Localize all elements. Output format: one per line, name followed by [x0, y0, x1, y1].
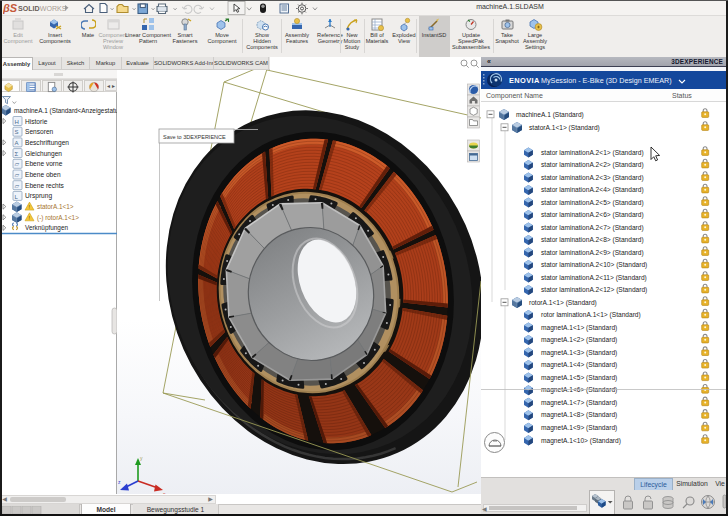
svg-text:S: S [15, 129, 19, 135]
svg-text:Ebene vorne: Ebene vorne [25, 160, 63, 167]
svg-text:▱: ▱ [15, 172, 20, 178]
svg-text:stator laminationA.2<4> (Stand: stator laminationA.2<4> (Standard) [541, 186, 644, 194]
svg-text:stator laminationA.2<12> (Stan: stator laminationA.2<12> (Standard) [541, 286, 647, 294]
svg-text:machineA.1 (Standard<Anzeigest: machineA.1 (Standard<Anzeigestatus-1: [14, 107, 117, 115]
svg-text:magnetA.1<2> (Standard): magnetA.1<2> (Standard) [541, 336, 617, 344]
svg-text:A: A [15, 140, 19, 146]
svg-text:stator laminationA.2<5> (Stand: stator laminationA.2<5> (Standard) [541, 199, 644, 207]
svg-text:Ebene rechts: Ebene rechts [25, 182, 65, 189]
svg-text:magnetA.1<5> (Standard): magnetA.1<5> (Standard) [541, 374, 617, 382]
svg-text:Gleichungen: Gleichungen [25, 150, 62, 158]
svg-text:H: H [15, 119, 19, 125]
svg-text:z: z [118, 479, 121, 485]
svg-text:Ursprung: Ursprung [25, 192, 52, 200]
svg-text:statorA.1<1>: statorA.1<1> [37, 203, 74, 210]
svg-text:machineA.1 (Standard): machineA.1 (Standard) [516, 111, 584, 119]
svg-text:Beschriftungen: Beschriftungen [25, 139, 69, 147]
svg-text:βS: βS [3, 2, 18, 14]
svg-text:stator laminationA.2<8> (Stand: stator laminationA.2<8> (Standard) [541, 236, 644, 244]
svg-text:rotorA.1<1> (Standard): rotorA.1<1> (Standard) [529, 299, 597, 307]
svg-text:▱: ▱ [15, 161, 20, 167]
svg-text:magnetA.1<3> (Standard): magnetA.1<3> (Standard) [541, 349, 617, 357]
svg-text:Save to 3DEXPERIENCE: Save to 3DEXPERIENCE [163, 134, 226, 140]
svg-text:Σ: Σ [15, 151, 19, 157]
svg-text:Verknüpfungen: Verknüpfungen [25, 224, 68, 232]
svg-text:stator laminationA.2<1> (Stand: stator laminationA.2<1> (Standard) [541, 149, 644, 157]
svg-text:magnetA.1<6> (Standard): magnetA.1<6> (Standard) [541, 386, 617, 394]
svg-text:y: y [140, 455, 143, 461]
svg-text:x: x [163, 491, 166, 494]
svg-text:stator laminationA.2<6> (Stand: stator laminationA.2<6> (Standard) [541, 211, 644, 219]
svg-text:stator laminationA.2<9> (Stand: stator laminationA.2<9> (Standard) [541, 249, 644, 257]
svg-text:stator laminationA.2<11> (Stan: stator laminationA.2<11> (Standard) [541, 274, 647, 282]
svg-text:▱: ▱ [15, 183, 20, 189]
svg-text:rotor laminationA.1<1> (Standa: rotor laminationA.1<1> (Standard) [541, 311, 641, 319]
svg-text:statorA.1<1> (Standard): statorA.1<1> (Standard) [529, 124, 600, 132]
svg-text:Historie: Historie [25, 118, 48, 125]
svg-text:(-) rotorA.1<1>: (-) rotorA.1<1> [37, 214, 79, 222]
svg-text:SOLIDWORKS: SOLIDWORKS [18, 5, 67, 13]
svg-text:magnetA.1<8> (Standard): magnetA.1<8> (Standard) [541, 411, 617, 419]
svg-text:stator laminationA.2<7> (Stand: stator laminationA.2<7> (Standard) [541, 224, 644, 232]
svg-text:stator laminationA.2<2> (Stand: stator laminationA.2<2> (Standard) [541, 161, 644, 169]
svg-text:Sensoren: Sensoren [25, 128, 54, 135]
svg-text:magnetA.1<1> (Standard): magnetA.1<1> (Standard) [541, 324, 617, 332]
svg-text:magnetA.1<7> (Standard): magnetA.1<7> (Standard) [541, 399, 617, 407]
svg-text:stator laminationA.2<10> (Stan: stator laminationA.2<10> (Standard) [541, 261, 647, 269]
svg-text:magnetA.1<10> (Standard): magnetA.1<10> (Standard) [541, 437, 621, 445]
svg-text:Ebene oben: Ebene oben [25, 171, 61, 178]
svg-text:magnetA.1<4> (Standard): magnetA.1<4> (Standard) [541, 361, 617, 369]
svg-text:magnetA.1<9> (Standard): magnetA.1<9> (Standard) [541, 424, 617, 432]
svg-text:stator laminationA.2<3> (Stand: stator laminationA.2<3> (Standard) [541, 174, 644, 182]
